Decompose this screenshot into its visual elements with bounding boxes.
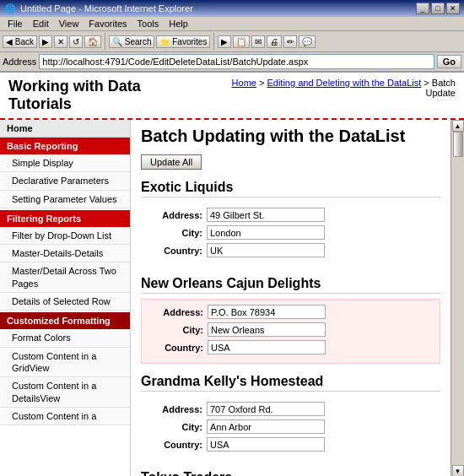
sidebar-section-basic-reporting: Basic Reporting bbox=[0, 138, 130, 154]
breadcrumb-section[interactable]: Editing and Deleting with the DataList bbox=[267, 78, 421, 88]
country-label-1: Country: bbox=[148, 343, 203, 353]
search-button[interactable]: 🔍 Search bbox=[109, 35, 154, 48]
mail-button[interactable]: ✉ bbox=[251, 35, 265, 48]
scrollbar-vertical[interactable]: ▲ ▼ bbox=[451, 120, 464, 476]
sidebar: Home Basic Reporting Simple Display Decl… bbox=[0, 120, 131, 476]
discuss-button[interactable]: 💬 bbox=[299, 35, 316, 48]
toolbar-separator-1 bbox=[105, 33, 105, 50]
city-row-1: City: bbox=[148, 322, 433, 337]
window-title: Untitled Page - Microsoft Internet Explo… bbox=[20, 3, 193, 14]
address-label: Address bbox=[3, 57, 36, 67]
print-button[interactable]: 🖨 bbox=[267, 35, 282, 48]
site-title: Working with Data Tutorials bbox=[8, 78, 204, 113]
country-row-2: Country: bbox=[148, 437, 434, 452]
address-row-0: Address: bbox=[148, 208, 434, 222]
company-section-3: Tokyo Traders Address: City: bbox=[141, 470, 440, 476]
company-name-3: Tokyo Traders bbox=[141, 470, 440, 476]
page-title: Batch Updating with the DataList bbox=[141, 127, 440, 146]
breadcrumb: Home > Editing and Deleting with the Dat… bbox=[204, 78, 456, 98]
sidebar-item-format-colors[interactable]: Format Colors bbox=[0, 329, 130, 347]
sidebar-item-details-selected-row[interactable]: Details of Selected Row bbox=[0, 293, 130, 311]
menu-bar: File Edit View Favorites Tools Help bbox=[0, 17, 464, 31]
sidebar-item-filter-dropdown[interactable]: Filter by Drop-Down List bbox=[0, 227, 130, 245]
stop-button[interactable]: ✕ bbox=[54, 35, 67, 48]
country-label-2: Country: bbox=[148, 440, 202, 450]
sidebar-item-declarative-parameters[interactable]: Declarative Parameters bbox=[0, 172, 130, 190]
country-row-1: Country: bbox=[148, 340, 433, 354]
company-section-0: Exotic Liquids Address: City: Country: bbox=[141, 180, 440, 266]
company-form-0: Address: City: Country: bbox=[141, 203, 440, 266]
menu-file[interactable]: File bbox=[3, 18, 28, 30]
address-row-2: Address: bbox=[148, 402, 434, 416]
scroll-up-arrow[interactable]: ▲ bbox=[452, 120, 464, 132]
main-content: Batch Updating with the DataList Update … bbox=[131, 120, 451, 476]
company-section-1: New Orleans Cajun Delights Address: City… bbox=[141, 276, 440, 364]
city-input-1[interactable] bbox=[208, 322, 326, 337]
toolbar: ◀ Back ▶ ✕ ↺ 🏠 🔍 Search ⭐ Favorites ▶ 📋 … bbox=[0, 31, 464, 52]
sidebar-home[interactable]: Home bbox=[0, 120, 130, 138]
edit-button[interactable]: ✏ bbox=[283, 35, 297, 48]
country-row-0: Country: bbox=[148, 243, 434, 257]
history-button[interactable]: 📋 bbox=[233, 35, 250, 48]
sidebar-item-setting-parameter-values[interactable]: Setting Parameter Values bbox=[0, 191, 130, 208]
address-label-2: Address: bbox=[148, 404, 202, 414]
company-name-1: New Orleans Cajun Delights bbox=[141, 276, 440, 294]
page-body: Home Basic Reporting Simple Display Decl… bbox=[0, 120, 464, 476]
menu-favorites[interactable]: Favorites bbox=[84, 18, 132, 30]
company-name-2: Grandma Kelly's Homestead bbox=[141, 374, 440, 392]
menu-view[interactable]: View bbox=[54, 18, 84, 30]
home-button[interactable]: 🏠 bbox=[84, 35, 101, 48]
menu-help[interactable]: Help bbox=[164, 18, 193, 30]
window-controls: _ □ ✕ bbox=[416, 3, 460, 14]
city-input-0[interactable] bbox=[207, 225, 325, 240]
scroll-thumb[interactable] bbox=[453, 132, 463, 157]
scroll-down-arrow[interactable]: ▼ bbox=[452, 465, 464, 476]
update-all-button[interactable]: Update All bbox=[141, 154, 202, 170]
country-input-2[interactable] bbox=[207, 437, 325, 452]
company-form-2: Address: City: Country: bbox=[141, 397, 440, 460]
sidebar-item-simple-display[interactable]: Simple Display bbox=[0, 154, 130, 172]
address-bar: Address Go bbox=[0, 52, 464, 73]
city-label-0: City: bbox=[148, 228, 202, 238]
maximize-button[interactable]: □ bbox=[431, 3, 445, 14]
browser-icon: 🌐 bbox=[4, 3, 16, 14]
address-label-1: Address: bbox=[148, 307, 203, 317]
address-input[interactable] bbox=[39, 54, 434, 69]
back-button[interactable]: ◀ Back bbox=[3, 35, 37, 48]
company-name-0: Exotic Liquids bbox=[141, 180, 440, 197]
address-input-2[interactable] bbox=[207, 402, 325, 416]
country-input-0[interactable] bbox=[207, 243, 325, 257]
close-button[interactable]: ✕ bbox=[446, 3, 460, 14]
title-bar: 🌐 Untitled Page - Microsoft Internet Exp… bbox=[0, 0, 464, 17]
breadcrumb-home[interactable]: Home bbox=[232, 78, 256, 88]
media-button[interactable]: ▶ bbox=[218, 35, 231, 48]
address-input-1[interactable] bbox=[208, 305, 326, 319]
sidebar-item-master-details[interactable]: Master-Details-Details bbox=[0, 245, 130, 262]
favorites-button[interactable]: ⭐ Favorites bbox=[156, 35, 210, 48]
menu-edit[interactable]: Edit bbox=[28, 18, 54, 30]
page-wrapper: Working with Data Tutorials Home > Editi… bbox=[0, 73, 464, 476]
city-row-2: City: bbox=[148, 419, 434, 434]
company-form-1: Address: City: Country: bbox=[141, 299, 440, 364]
address-input-0[interactable] bbox=[207, 208, 325, 222]
company-section-2: Grandma Kelly's Homestead Address: City:… bbox=[141, 374, 440, 460]
city-input-2[interactable] bbox=[207, 419, 325, 434]
sidebar-item-custom-content-gridview[interactable]: Custom Content in a GridView bbox=[0, 348, 130, 378]
sidebar-item-custom-content-more[interactable]: Custom Content in a bbox=[0, 408, 130, 425]
sidebar-item-master-detail-two-pages[interactable]: Master/Detail Across Two Pages bbox=[0, 262, 130, 293]
go-button[interactable]: Go bbox=[437, 55, 461, 68]
sidebar-section-filtering-reports: Filtering Reports bbox=[0, 210, 130, 227]
scroll-track bbox=[452, 132, 464, 465]
toolbar-separator-2 bbox=[213, 33, 214, 50]
sidebar-item-custom-content-detailsview[interactable]: Custom Content in a DetailsView bbox=[0, 377, 130, 408]
country-input-1[interactable] bbox=[208, 340, 326, 354]
address-label-0: Address: bbox=[148, 210, 202, 220]
breadcrumb-current: Batch Update bbox=[426, 78, 456, 98]
title-bar-left: 🌐 Untitled Page - Microsoft Internet Exp… bbox=[4, 3, 193, 14]
address-row-1: Address: bbox=[148, 305, 433, 319]
menu-tools[interactable]: Tools bbox=[132, 18, 165, 30]
minimize-button[interactable]: _ bbox=[416, 3, 429, 14]
page-header: Working with Data Tutorials Home > Editi… bbox=[0, 73, 464, 120]
refresh-button[interactable]: ↺ bbox=[69, 35, 83, 48]
forward-button[interactable]: ▶ bbox=[39, 35, 52, 48]
